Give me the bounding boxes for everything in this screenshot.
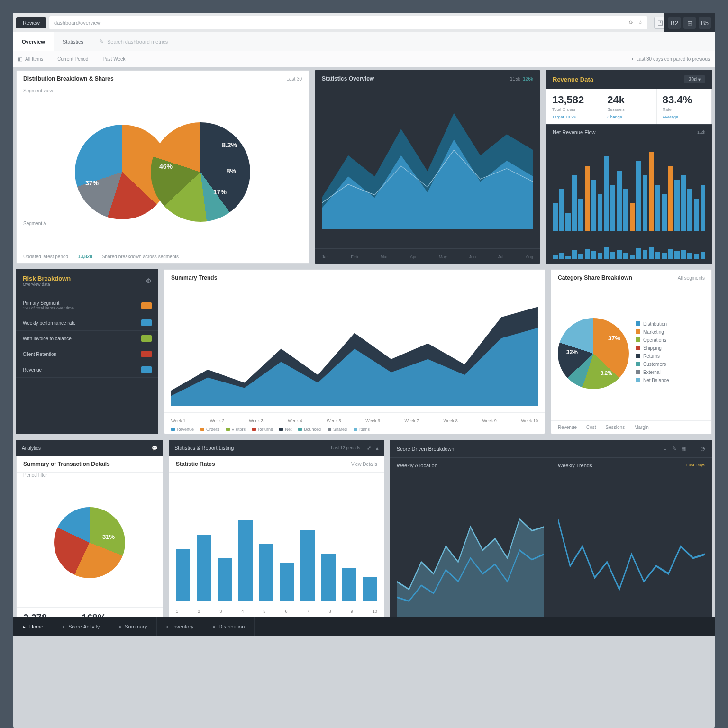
filter-1[interactable]: ◧ All Items — [18, 56, 43, 62]
panel-score-breakdown: Score Driven Breakdown ⌄ ✎ ▦ ⋯ ◔ Weekly … — [390, 440, 712, 633]
nav-home[interactable]: ▸ Home — [13, 617, 53, 636]
line-weekly-alloc — [397, 472, 544, 628]
sidebar-item[interactable]: Primary Segment128 of total items over t… — [16, 296, 158, 315]
mini-bar-chart: Net Revenue Flow1.2k — [546, 124, 712, 264]
filter-3[interactable]: Past Week — [102, 56, 125, 62]
top-right-badges: B2 ⊞ B5 — [664, 13, 715, 32]
card-title: Distribution Breakdown & Shares — [23, 75, 114, 82]
tab-search[interactable]: ✎ Search dashboard metrics — [92, 32, 715, 51]
card-stats-area-dark: Statistics Overview 115k 126k JanFebMarA… — [315, 70, 540, 264]
card-footer: Updated latest period 13,828 Shared brea… — [17, 250, 309, 263]
sidebar-risk: Risk Breakdown Overview data ⚙ Primary S… — [16, 269, 158, 434]
user-icon[interactable]: ◔ — [701, 446, 705, 452]
period-dropdown[interactable]: 30d ▾ — [684, 75, 705, 83]
up-icon[interactable]: ▴ — [376, 445, 379, 451]
right-metrics-column: Revenue Data 30d ▾ 13,582 Total Orders T… — [546, 70, 712, 264]
metrics-row: 13,582 Total Orders Target +4.2% 24k Ses… — [546, 89, 712, 124]
tab-statistics[interactable]: Statistics — [54, 32, 92, 51]
search-icon: ✎ — [99, 38, 103, 45]
filter-right: • Last 30 days compared to previous — [632, 56, 710, 62]
filter-2[interactable]: Current Period — [57, 56, 88, 62]
right-panel-header: Revenue Data 30d ▾ — [546, 70, 712, 89]
sidebar-item[interactable]: Client Retention — [16, 346, 158, 362]
search-placeholder: Search dashboard metrics — [107, 39, 168, 45]
filter-row: ◧ All Items Current Period Past Week • L… — [13, 51, 715, 67]
row3-head-left: Analytics 💬 — [16, 440, 163, 456]
gear-icon[interactable]: ⚙ — [146, 277, 152, 284]
edit-icon[interactable]: ✎ — [672, 446, 676, 452]
card-transaction-pie: Analytics 💬 Summary of Transaction Detai… — [16, 440, 163, 633]
metric-1: 13,582 Total Orders Target +4.2% — [546, 89, 601, 124]
pie2-legend: DistributionMarketingOperationsShippingR… — [636, 321, 669, 386]
card-subtitle: Segment view — [17, 87, 309, 94]
down-icon[interactable]: ⌄ — [663, 446, 667, 452]
browser-tab[interactable]: Review — [16, 17, 46, 28]
star-icon[interactable]: ☆ — [638, 19, 643, 26]
pie-right: 8.2% 46% 17% 8% — [151, 122, 250, 222]
bottom-nav: ▸ Home ▫ Score Activity ▫ Summary ▫ Inve… — [13, 617, 715, 636]
nav-score[interactable]: ▫ Score Activity — [53, 617, 109, 636]
card-distribution-pie: Distribution Breakdown & Shares Last 30 … — [16, 70, 309, 264]
line-weekly-trends — [558, 472, 705, 628]
card-category-pie: Category Share BreakdownAll segments 37%… — [551, 269, 712, 434]
badge-2[interactable]: ⊞ — [683, 17, 696, 29]
pie-small: 31% — [54, 507, 125, 578]
sidebar-item[interactable]: Weekly performance rate — [16, 315, 158, 331]
nav-tabs: Overview Statistics ✎ Search dashboard m… — [13, 32, 715, 51]
sidebar-item[interactable]: With invoice to balance — [16, 331, 158, 346]
metric-2: 24k Sessions Change — [601, 89, 656, 124]
sidebar-item[interactable]: Revenue — [16, 362, 158, 378]
card-subright: Last 30 — [286, 76, 302, 82]
tab-overview[interactable]: Overview — [13, 32, 54, 51]
address-text: dashboard/overview — [54, 20, 100, 26]
comment-icon[interactable]: 💬 — [152, 446, 157, 451]
card-summary-trends: Summary Trends Week 1Week 2Week 3Week 4W… — [164, 269, 545, 434]
more-icon[interactable]: ⋯ — [691, 446, 696, 452]
nav-inventory[interactable]: ▫ Inventory — [157, 617, 203, 636]
area2-title: Summary Trends — [171, 274, 217, 281]
area-chart-dark — [322, 92, 533, 229]
area-chart-light — [171, 291, 538, 406]
nav-distribution[interactable]: ▫ Distribution — [203, 617, 255, 636]
reload-icon[interactable]: ⟳ — [629, 19, 633, 26]
address-bar[interactable]: dashboard/overview ⟳ ☆ — [49, 16, 647, 29]
nav-summary[interactable]: ▫ Summary — [109, 617, 157, 636]
card-bar-rates: Statistics & Report Listing Last 12 peri… — [169, 440, 384, 633]
badge-3[interactable]: B5 — [699, 17, 711, 29]
badge-1[interactable]: B2 — [668, 17, 681, 29]
svg-marker-4 — [397, 519, 544, 628]
metric-3: 83.4% Rate Average — [657, 89, 711, 124]
pie-category: 37% 32% 8.2% — [558, 318, 629, 389]
browser-topbar: Review dashboard/overview ⟳ ☆ ◰ ▷ ◡ ◇ — [13, 13, 715, 32]
area-title: Statistics Overview — [322, 75, 374, 82]
expand-icon[interactable]: ⤢ — [367, 445, 371, 451]
grid-icon[interactable]: ▦ — [681, 446, 686, 452]
